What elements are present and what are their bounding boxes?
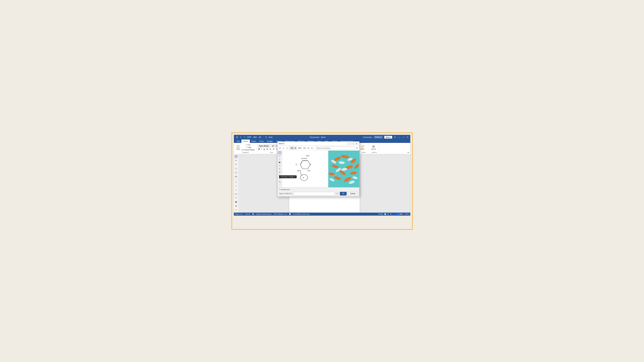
- tab-insert[interactable]: Insert: [250, 140, 258, 143]
- tool-bracket[interactable]: [: [234, 180, 238, 184]
- tool-circle[interactable]: ◯: [234, 171, 238, 174]
- dialog-bond-btn[interactable]: ⊕: [307, 147, 310, 150]
- dialog-tool-c[interactable]: C: [278, 168, 282, 170]
- tab-draw[interactable]: Draw: [258, 140, 266, 143]
- group-addins: ⊞ Add-ins Add-ins: [369, 143, 379, 154]
- dialog-zoom-select[interactable]: 100%: [289, 147, 297, 150]
- cut-btn[interactable]: ✂ Cut: [241, 144, 255, 146]
- paste-btn[interactable]: 📋 Paste: [236, 145, 241, 150]
- editor-label: Editor: [362, 152, 366, 153]
- dialog-tool-select[interactable]: ⬡: [278, 151, 282, 154]
- mw-btn[interactable]: MW: [253, 136, 257, 139]
- tool-draw[interactable]: ✐: [234, 163, 238, 166]
- page-info: Page 1 of 1: [235, 213, 243, 215]
- status-right: Focus 📄 ⊞ ⊟ − + 100%: [378, 213, 409, 215]
- editing-btn[interactable]: Editing ▾: [374, 136, 383, 139]
- dialog-undo-btn[interactable]: ↩: [282, 147, 285, 150]
- ribbon-collapse: ▲: [407, 143, 410, 154]
- strikethrough-btn[interactable]: S: [266, 148, 268, 150]
- tool-grid[interactable]: ⊞: [234, 175, 238, 178]
- dialog-tool-r[interactable]: R: [278, 171, 282, 174]
- dialog-minimize-btn[interactable]: —: [348, 142, 350, 145]
- dialog-title-bar: Marvin — □ ✕: [278, 142, 359, 146]
- dialog-redo-btn[interactable]: ↪: [286, 147, 288, 150]
- dialog-download-btn[interactable]: ⬇: [356, 147, 358, 150]
- tool-line[interactable]: —: [234, 184, 238, 188]
- title-bar-right: Comments Editing ▾ Share ⬇ — □ ✕: [362, 136, 409, 139]
- dropdown-btn[interactable]: ▾: [336, 192, 338, 195]
- cancel-btn[interactable]: Cancel: [348, 192, 358, 196]
- left-toolbar: ☰ ✏ ✐ ⬡ ◯ ⊞ [ — + ⟺ T 🖼 ⚙ ⚡: [234, 154, 238, 213]
- dialog-tool-zoom[interactable]: 🔍 Decrease Charge H: [278, 180, 282, 183]
- select-id-input[interactable]: [294, 192, 334, 195]
- tool-settings[interactable]: ⚙: [234, 204, 238, 208]
- dialog-menu-btn[interactable]: ☰: [278, 147, 282, 150]
- tool-pen[interactable]: ✏: [234, 159, 238, 162]
- dialog-title: Marvin: [279, 143, 284, 145]
- subscript-btn[interactable]: x₂: [269, 148, 272, 150]
- dialog-mw-btn[interactable]: MW: [298, 147, 302, 149]
- tool-shapes[interactable]: ⬡: [234, 167, 238, 170]
- font-display[interactable]: Arial: [268, 136, 273, 139]
- word-count: 0 words: [245, 213, 250, 215]
- bold-btn[interactable]: B: [258, 148, 260, 150]
- tool-special[interactable]: ⚡: [234, 208, 238, 212]
- superscript-btn[interactable]: x²: [272, 148, 275, 150]
- dialog-close-btn[interactable]: ✕: [355, 142, 358, 145]
- zoom-plus[interactable]: +: [404, 213, 404, 215]
- undo-btn[interactable]: ↩: [240, 136, 242, 139]
- dialog-tool-arrow[interactable]: ✐: [278, 154, 282, 157]
- font-name-select[interactable]: Aptos (Body): [258, 144, 274, 147]
- tool-plus[interactable]: +: [234, 188, 238, 192]
- dialog-tool-chain[interactable]: ⬟: [278, 161, 282, 164]
- track-changes: 🔤: [252, 213, 254, 215]
- hamburger-icon[interactable]: ☰: [235, 136, 239, 139]
- dialog-2d-btn[interactable]: 2D: [303, 147, 306, 149]
- svg-text:O: O: [310, 164, 311, 165]
- tab-file[interactable]: File: [235, 140, 242, 143]
- app-title: Document1 - Word: [310, 136, 325, 138]
- maximize-btn[interactable]: □: [402, 136, 405, 139]
- move-btn[interactable]: ✛: [264, 136, 268, 139]
- zoom-minus[interactable]: −: [393, 213, 394, 215]
- separator: [263, 136, 263, 138]
- dialog-restore-btn[interactable]: □: [351, 142, 354, 145]
- tool-resize[interactable]: ⟺: [234, 192, 238, 196]
- italic-btn[interactable]: I: [261, 148, 262, 150]
- editor-btn[interactable]: 📝 Editor: [360, 145, 365, 150]
- dialog-tool-ring[interactable]: ⬠: [278, 164, 282, 167]
- separator-1: [234, 179, 238, 179]
- dialog-search-input[interactable]: [316, 147, 354, 150]
- tab-home[interactable]: Home: [242, 140, 250, 143]
- copy-btn[interactable]: 📄 Copy: [241, 146, 255, 148]
- dialog-tool-a[interactable]: A: [278, 174, 282, 177]
- 2d-btn[interactable]: 2D: [258, 136, 262, 139]
- ribbon-collapse-btn[interactable]: ▲: [407, 151, 410, 153]
- addins-btn[interactable]: ⊞ Add-ins: [370, 145, 377, 150]
- assignment-label: ⓘ Assignment: [279, 188, 290, 191]
- dialog-h-btn[interactable]: H→: [310, 147, 315, 149]
- focus-btn[interactable]: Focus: [378, 213, 383, 215]
- ok-btn[interactable]: OK: [340, 192, 346, 196]
- svg-point-46: [300, 175, 308, 181]
- download-btn[interactable]: ⬇: [394, 136, 396, 139]
- close-btn[interactable]: ✕: [406, 136, 409, 139]
- comments-btn[interactable]: Comments: [362, 136, 372, 139]
- minimize-btn[interactable]: —: [398, 136, 401, 139]
- svg-text:2: 2: [309, 155, 310, 156]
- tool-text[interactable]: T: [234, 196, 238, 200]
- underline-btn[interactable]: U: [263, 148, 266, 150]
- dialog-tool-add[interactable]: +: [278, 177, 282, 180]
- format-painter-btn[interactable]: 🖌 Format Painter: [241, 149, 255, 151]
- share-btn[interactable]: Share: [384, 136, 392, 139]
- zoom-slider[interactable]: [394, 214, 403, 214]
- dialog-tool-more[interactable]: ···: [278, 184, 282, 186]
- tool-image[interactable]: 🖼: [234, 200, 238, 204]
- svg-text:Cl: Cl: [296, 164, 297, 165]
- view-icon-web: ⊟: [390, 213, 392, 215]
- tab-design[interactable]: Design: [266, 140, 274, 143]
- dialog-molecule-area[interactable]: NH 2 O=S=O Cl O HN OH: [282, 151, 328, 187]
- tool-select[interactable]: ☰: [234, 155, 238, 158]
- dialog-tool-bond[interactable]: /: [278, 158, 282, 161]
- redo-btn[interactable]: ↪: [243, 136, 246, 139]
